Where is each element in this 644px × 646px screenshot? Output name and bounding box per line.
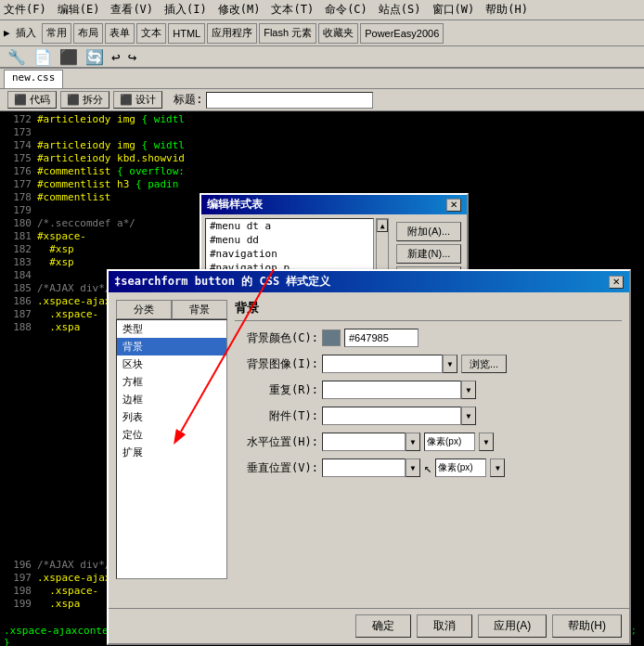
line-num-182: 182	[4, 243, 32, 256]
line-num-176: 176	[4, 165, 32, 178]
toolbar2-icon4[interactable]: 🔄	[85, 48, 104, 66]
line-code-188: .xspa	[37, 321, 80, 334]
menu-site[interactable]: 站点(S)	[379, 2, 421, 18]
v-unit-input[interactable]	[435, 459, 486, 477]
color-preview-box[interactable]	[322, 329, 341, 346]
css-item-2[interactable]: #menu dd	[206, 233, 373, 247]
bg-image-dropdown-arrow[interactable]: ▼	[443, 355, 457, 373]
bg-image-label: 背景图像(I):	[235, 356, 318, 372]
tab-split[interactable]: ⬛ 拆分	[60, 91, 109, 109]
file-tab-newcss[interactable]: new.css	[4, 70, 63, 88]
css-list-title-bar: 编辑样式表 ✕	[201, 195, 467, 214]
toolbar2-icon6[interactable]: ↪	[128, 48, 137, 66]
menu-modify[interactable]: 修改(M)	[218, 2, 261, 18]
toolbar2-icon3[interactable]: ⬛	[59, 48, 78, 66]
main-toolbar: ▶ 插入 常用 布局 表单 文本 HTML 应用程序 Flash 元素 收藏夹 …	[0, 20, 644, 46]
menu-edit[interactable]: 编辑(E)	[58, 2, 100, 18]
line-num-179: 179	[4, 204, 32, 217]
cat-extend[interactable]: 扩展	[117, 444, 226, 461]
insert-label: ▶ 插入	[4, 26, 36, 40]
title-input[interactable]	[206, 92, 373, 109]
cat-type[interactable]: 类型	[117, 320, 226, 338]
menu-command[interactable]: 命令(C)	[325, 2, 367, 18]
css-list-close-btn[interactable]: ✕	[446, 199, 461, 212]
line-code-172: #articleiody img { widtl	[37, 113, 185, 126]
menu-window[interactable]: 窗口(W)	[432, 2, 475, 18]
line-code-180: /*.seccomdef a*/	[37, 217, 135, 230]
file-tab-bar: new.css	[0, 69, 644, 89]
line-num-173: 173	[4, 126, 32, 139]
v-pos-dropdown-arrow[interactable]: ▼	[406, 459, 420, 477]
bg-settings-title: 背景	[235, 300, 622, 321]
v-unit-dropdown-arrow[interactable]: ▼	[490, 459, 505, 477]
toolbar-app[interactable]: 应用程序	[207, 23, 257, 44]
css-item-3[interactable]: #navigation	[206, 247, 373, 261]
toolbar-layout[interactable]: 布局	[73, 23, 103, 44]
line-code-176: #commentlist { overflow:	[37, 165, 185, 178]
help-btn[interactable]: 帮助(H)	[552, 614, 622, 638]
toolbar-html[interactable]: HTML	[168, 23, 205, 44]
line-code-e3: .xspace-	[37, 585, 98, 598]
repeat-row: 重复(R): ▼	[235, 381, 622, 399]
tab-code[interactable]: ⬛ 代码	[7, 91, 57, 109]
cat-bg[interactable]: 背景	[117, 338, 226, 355]
h-position-row: 水平位置(H): ▼ ▼	[235, 433, 622, 451]
toolbar2-icon2[interactable]: 📄	[33, 48, 52, 66]
view-tab-bar: ⬛ 代码 ⬛ 拆分 ⬛ 设计 标题:	[0, 89, 644, 111]
cat-block[interactable]: 区块	[117, 355, 226, 373]
v-pos-input[interactable]	[322, 459, 406, 477]
style-def-close-btn[interactable]: ✕	[609, 276, 624, 289]
line-num-e4: 199	[4, 598, 32, 611]
menu-file[interactable]: 文件(F)	[4, 2, 46, 18]
bg-image-input[interactable]	[322, 355, 443, 373]
h-pos-dropdown-arrow[interactable]: ▼	[406, 433, 420, 451]
cursor-indicator: ↖	[424, 460, 431, 475]
toolbar-common[interactable]: 常用	[42, 23, 71, 44]
line-code-185: /*AJAX div*/	[37, 282, 110, 295]
menu-help[interactable]: 帮助(H)	[485, 2, 528, 18]
line-code-178: #commentlist	[37, 191, 110, 204]
cat-box[interactable]: 方框	[117, 373, 226, 391]
app-window: 文件(F) 编辑(E) 查看(V) 插入(I) 修改(M) 文本(T) 命令(C…	[0, 0, 644, 646]
repeat-input[interactable]	[322, 381, 461, 399]
toolbar-fav[interactable]: 收藏夹	[318, 23, 358, 44]
bg-color-label: 背景颜色(C):	[235, 330, 318, 346]
new-btn[interactable]: 新建(N)...	[396, 244, 461, 264]
toolbar2-icon1[interactable]: 🔧	[7, 48, 26, 66]
line-172: 172 #articleiody img { widtl	[4, 113, 640, 126]
cat-list[interactable]: 列表	[117, 408, 226, 426]
menu-insert[interactable]: 插入(I)	[164, 2, 207, 18]
h-unit-dropdown-arrow[interactable]: ▼	[479, 433, 494, 451]
toolbar-text[interactable]: 文本	[136, 23, 166, 44]
line-code-174: #articleiody img { widtl	[37, 139, 185, 152]
css-item-1[interactable]: #menu dt a	[206, 219, 373, 233]
attachment-input[interactable]	[322, 407, 461, 425]
attachment-dropdown-arrow[interactable]: ▼	[461, 407, 476, 425]
toolbar-pe[interactable]: PowerEasy2006	[360, 23, 444, 44]
line-num-177: 177	[4, 178, 32, 191]
cat-position[interactable]: 定位	[117, 426, 226, 444]
h-unit-input[interactable]	[424, 433, 475, 451]
tab-design[interactable]: ⬛ 设计	[113, 91, 162, 109]
attach-btn[interactable]: 附加(A)...	[396, 222, 461, 241]
toolbar-flash[interactable]: Flash 元素	[259, 23, 316, 44]
line-num-172: 172	[4, 113, 32, 126]
menu-view[interactable]: 查看(V)	[110, 2, 153, 18]
ok-btn[interactable]: 确定	[355, 614, 411, 638]
h-pos-input[interactable]	[322, 433, 406, 451]
bg-color-input[interactable]	[344, 329, 419, 347]
browse-btn[interactable]: 浏览...	[461, 355, 507, 373]
line-num-187: 187	[4, 308, 32, 321]
cat-border[interactable]: 边框	[117, 391, 226, 408]
toolbar-form[interactable]: 表单	[105, 23, 135, 44]
repeat-dropdown-arrow[interactable]: ▼	[461, 381, 476, 399]
scroll-up-btn[interactable]: ▲	[377, 219, 388, 232]
menu-bar: 文件(F) 编辑(E) 查看(V) 插入(I) 修改(M) 文本(T) 命令(C…	[0, 0, 644, 20]
menu-text[interactable]: 文本(T)	[271, 2, 314, 18]
line-code-e2: .xspace-ajax	[37, 572, 110, 585]
apply-btn[interactable]: 应用(A)	[478, 614, 547, 638]
cancel-btn[interactable]: 取消	[417, 614, 472, 638]
toolbar2-icon5[interactable]: ↩	[111, 48, 121, 66]
style-def-title-bar: ‡searchform button 的 CSS 样式定义 ✕	[109, 271, 629, 292]
category-list: 类型 背景 区块 方框 边框 列表 定位 扩展	[116, 319, 227, 579]
